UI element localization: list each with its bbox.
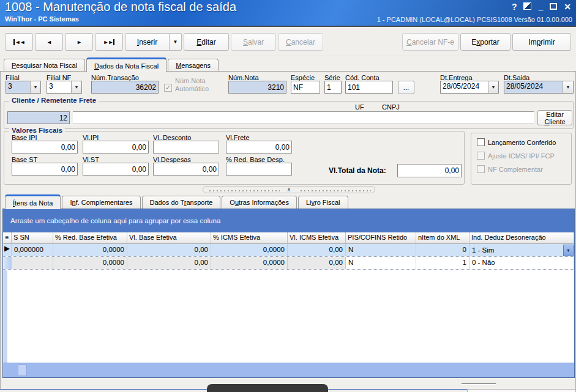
chevron-down-icon[interactable]: ▼	[71, 81, 81, 93]
editar-cliente-button[interactable]: Editar Cliente	[537, 110, 572, 125]
lancamento-conferido-checkbox[interactable]	[477, 138, 485, 146]
main-tabs: Pesquisar Nota Fiscal Dados da Nota Fisc…	[4, 57, 219, 72]
column-header-icms-efetiva[interactable]: % ICMS Efetiva	[211, 232, 288, 244]
tab-mensagens[interactable]: Mensagens	[168, 59, 219, 72]
tab-pesquisar-nota-fiscal[interactable]: Pesquisar Nota Fiscal	[4, 59, 85, 72]
last-record-button[interactable]: ►►	[95, 33, 123, 51]
grid-cell[interactable]: 1 - Sim ▼	[469, 244, 574, 256]
maximize-icon[interactable]	[550, 1, 557, 12]
panel-splitter[interactable]: ∧	[203, 186, 375, 193]
previous-record-button[interactable]: ◄	[35, 33, 63, 51]
next-record-button[interactable]: ►	[65, 33, 93, 51]
dropdown-glyph: ▼	[75, 85, 79, 89]
vl-total-field[interactable]	[397, 164, 462, 177]
grid-cell[interactable]: 0 - Não	[469, 257, 574, 269]
filial-nf-combo[interactable]: 3 ▼	[47, 81, 82, 94]
chevron-down-icon[interactable]: ▼	[488, 81, 498, 93]
inserir-dropdown-button[interactable]: ▼	[170, 33, 182, 51]
column-header-nitem-do-xml[interactable]: nItem do XML	[416, 232, 469, 244]
cell-dropdown-button[interactable]: ▼	[563, 245, 574, 256]
window-controls: ? _ ✕	[512, 1, 571, 12]
lancamento-conferido-label: Lançamento Conferido	[488, 139, 556, 146]
inserir-button[interactable]: Inserir	[125, 33, 170, 51]
column-header-vl-icms-efetiva[interactable]: Vl. ICMS Efetiva	[288, 232, 346, 244]
grid-cell[interactable]: 0,000000	[12, 244, 53, 256]
nf-complementar-checkbox[interactable]	[477, 165, 485, 173]
tab-inf-complementares[interactable]: Inf. Complementares	[62, 196, 140, 209]
dt-saida-combo[interactable]: 28/05/2024 ▼	[504, 81, 574, 94]
cliente-codigo-field[interactable]	[7, 111, 70, 124]
minimize-icon[interactable]: _	[538, 1, 543, 12]
serie-field[interactable]	[324, 81, 342, 94]
column-header-ind-deduz-desoneracao[interactable]: Ind. Deduz Desoneração	[469, 232, 574, 244]
imprimir-button[interactable]: Imprimir	[512, 33, 571, 51]
dt-entrega-combo[interactable]: 28/05/2024 ▼	[440, 81, 499, 94]
grid-cell[interactable]: 0,00	[288, 244, 346, 256]
grid-cell[interactable]: 0,00	[127, 257, 211, 269]
first-record-button[interactable]: ◄◄	[5, 33, 33, 51]
tab-itens-da-nota[interactable]: Ítens da Nota	[5, 194, 61, 209]
column-header-vl-base-efetiva[interactable]: Vl. Base Efetiva	[127, 232, 211, 244]
cliente-nome-field[interactable]	[73, 111, 534, 124]
grid-customize-icon[interactable]: ≡	[3, 232, 12, 244]
column-header-pis-cofins-retido[interactable]: PIS/COFINS Retido	[346, 232, 416, 244]
ajuste-icms-checkbox[interactable]	[477, 152, 485, 160]
grid-cell[interactable]: 0,00	[288, 257, 346, 269]
editar-button[interactable]: Editar	[184, 33, 229, 51]
grid-cell[interactable]: N	[346, 244, 416, 256]
chevron-down-icon[interactable]: ▼	[563, 81, 573, 93]
grid-cell[interactable]: 0,0000	[53, 244, 127, 256]
especie-field[interactable]	[291, 81, 320, 94]
table-row[interactable]: 0,0000 0,00 0,0000 0,00 N 1 0 - Não	[3, 257, 574, 270]
horizontal-scrollbar[interactable]	[3, 363, 574, 377]
grid-cell[interactable]: 0,0000	[211, 244, 288, 256]
table-row[interactable]: ▶ 0,000000 0,0000 0,00 0,0000 0,00 N 0 1…	[3, 244, 574, 257]
row-indicator-icon: ▶	[3, 244, 12, 256]
vl-despesas-field[interactable]	[153, 163, 219, 176]
tab-dados-da-nota-fiscal[interactable]: Dados da Nota Fiscal	[86, 57, 166, 72]
resize-grip[interactable]	[462, 383, 496, 385]
close-icon[interactable]: ✕	[564, 1, 571, 12]
scrollbar-thumb[interactable]	[18, 364, 27, 376]
help-icon[interactable]: ?	[512, 1, 517, 12]
salvar-button[interactable]: Salvar	[231, 33, 276, 51]
red-base-desp-field[interactable]	[226, 163, 292, 176]
collapse-up-icon[interactable]: ∧	[283, 187, 295, 193]
filial-combo[interactable]: 3 ▼	[6, 81, 41, 94]
cancelar-nfe-button[interactable]: Cancelar NF-e	[402, 33, 458, 51]
num-nota-field[interactable]	[228, 81, 286, 94]
titlebar: 1008 - Manutenção de nota fiscal de saíd…	[0, 0, 576, 27]
grid-cell[interactable]: 0	[416, 244, 469, 256]
grid-cell[interactable]	[12, 257, 53, 269]
num-transacao-field[interactable]	[91, 81, 159, 94]
chevron-down-icon[interactable]: ▼	[30, 81, 40, 93]
grid-cell[interactable]: 1	[416, 257, 469, 269]
base-st-field[interactable]	[12, 163, 78, 176]
grid-cell[interactable]: 0,0000	[211, 257, 288, 269]
ajuste-icms-label: Ajuste ICMS/ IPI/ FCP	[488, 152, 555, 160]
grid-cell[interactable]: N	[346, 257, 416, 269]
toolbar: ◄◄ ◄ ► ►► Inserir ▼ Editar Salvar Cancel…	[0, 28, 576, 56]
exportar-button[interactable]: Exportar	[460, 33, 511, 51]
tab-outras-informacoes[interactable]: Outras Informações	[222, 196, 297, 209]
cancelar-button[interactable]: Cancelar	[278, 33, 323, 51]
groupby-bar[interactable]: Arraste um cabeçalho de coluna aqui para…	[3, 209, 574, 232]
grid-cell[interactable]: 0,0000	[53, 257, 127, 269]
dt-saida-value: 28/05/2024	[504, 81, 563, 93]
column-header-red-base-efetiva[interactable]: % Red. Base Efetiva	[53, 232, 127, 244]
tab-dados-do-transporte[interactable]: Dados do Transporte	[142, 196, 221, 209]
vl-frete-field[interactable]	[226, 141, 292, 153]
num-nota-automatico-checkbox[interactable]: ✓	[164, 84, 172, 92]
grid-cell[interactable]: 0,00	[127, 244, 211, 256]
cod-conta-field[interactable]	[345, 81, 393, 94]
column-header-s-sn[interactable]: S SN	[12, 232, 53, 244]
splitter-dots	[298, 188, 371, 191]
tab-content-panel: Filial 3 ▼ Filial NF 3 ▼ Núm.Transação ✓…	[0, 71, 576, 390]
tab-livro-fiscal[interactable]: Livro Fiscal	[298, 196, 348, 209]
vl-desconto-field[interactable]	[153, 141, 219, 153]
vl-st-field[interactable]	[83, 163, 149, 176]
vl-ipi-field[interactable]	[83, 141, 149, 153]
base-ipi-field[interactable]	[12, 141, 78, 153]
restore-icon[interactable]	[523, 1, 531, 12]
cod-conta-browse-button[interactable]: ...	[398, 81, 414, 94]
